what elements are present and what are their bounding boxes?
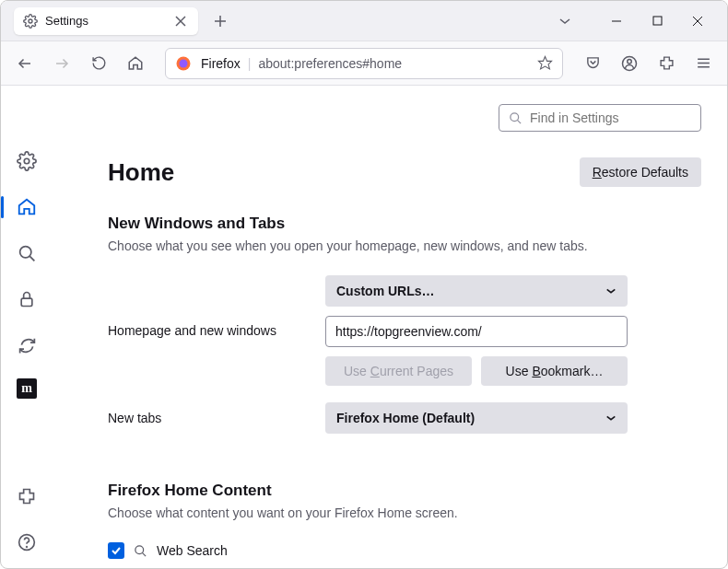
sidebar-help-icon[interactable]: [14, 529, 40, 555]
svg-point-25: [511, 112, 519, 121]
web-search-label: Web Search: [157, 543, 228, 558]
gear-icon: [23, 14, 38, 29]
browser-tab[interactable]: Settings: [14, 7, 198, 35]
svg-line-21: [29, 256, 34, 261]
pocket-icon[interactable]: [578, 49, 607, 78]
maximize-button[interactable]: [646, 10, 668, 32]
url-bar[interactable]: Firefox | about:preferences#home: [165, 48, 563, 79]
sidebar-search-icon[interactable]: [14, 240, 40, 266]
svg-line-28: [142, 552, 146, 556]
section-windows-tabs-title: New Windows and Tabs: [108, 215, 701, 233]
reload-button[interactable]: [84, 49, 113, 78]
new-tab-button[interactable]: [205, 6, 235, 36]
newtabs-label: New tabs: [108, 411, 311, 425]
homepage-url-input[interactable]: [325, 316, 628, 347]
section-windows-tabs-desc: Choose what you see when you open your h…: [108, 238, 701, 253]
search-input[interactable]: [530, 110, 691, 125]
svg-rect-22: [21, 298, 32, 306]
url-text: Firefox | about:preferences#home: [201, 56, 528, 71]
restore-defaults-button[interactable]: Restore Defaults: [580, 157, 701, 187]
page-title: Home: [108, 158, 174, 187]
svg-rect-6: [653, 17, 662, 25]
svg-point-20: [19, 246, 30, 257]
svg-point-27: [135, 545, 144, 553]
newtabs-dropdown[interactable]: Firefox Home (Default): [325, 402, 628, 434]
use-bookmark-button[interactable]: Use Bookmark…: [481, 356, 628, 386]
window-close-button[interactable]: [687, 10, 709, 32]
minimize-button[interactable]: [605, 10, 628, 32]
homepage-dropdown[interactable]: Custom URLs…: [325, 275, 628, 307]
web-search-row[interactable]: Web Search: [108, 542, 701, 559]
use-current-pages-button[interactable]: Use Current Pages: [325, 356, 472, 386]
window-controls: [605, 10, 720, 32]
settings-content: Home Restore Defaults New Windows and Ta…: [53, 86, 727, 569]
extensions-icon[interactable]: [652, 49, 681, 78]
svg-point-12: [180, 59, 188, 67]
toolbar: Firefox | about:preferences#home: [1, 41, 727, 86]
chevron-down-icon: [605, 287, 616, 295]
svg-point-15: [628, 59, 632, 64]
tabs-dropdown-icon[interactable]: [552, 8, 578, 34]
sidebar-home-icon[interactable]: [14, 194, 40, 220]
titlebar: Settings: [1, 1, 727, 41]
back-button[interactable]: [10, 49, 40, 78]
section-home-content-title: Firefox Home Content: [108, 482, 701, 500]
sidebar-extensions-icon[interactable]: [14, 483, 40, 509]
find-in-settings[interactable]: [499, 104, 701, 132]
svg-point-24: [27, 547, 28, 548]
forward-button[interactable]: [47, 49, 76, 78]
settings-sidebar: m: [1, 86, 53, 569]
svg-marker-13: [538, 56, 551, 68]
homepage-label: Homepage and new windows: [108, 323, 311, 338]
search-icon: [134, 544, 147, 558]
menu-icon[interactable]: [688, 49, 718, 78]
svg-line-26: [517, 120, 521, 123]
close-icon[interactable]: [172, 13, 189, 29]
svg-point-0: [29, 19, 32, 23]
web-search-checkbox[interactable]: [108, 542, 124, 559]
svg-point-19: [24, 158, 29, 164]
sidebar-general-icon[interactable]: [14, 148, 40, 174]
search-icon: [509, 111, 523, 125]
chevron-down-icon: [605, 414, 616, 422]
section-home-content-desc: Choose what content you want on your Fir…: [108, 505, 701, 520]
sidebar-privacy-icon[interactable]: [14, 286, 40, 312]
sidebar-mozilla-icon[interactable]: m: [17, 378, 37, 399]
home-button[interactable]: [121, 49, 150, 78]
account-icon[interactable]: [615, 49, 644, 78]
firefox-icon: [175, 55, 192, 72]
bookmark-star-icon[interactable]: [537, 55, 553, 71]
tab-title: Settings: [45, 14, 165, 28]
sidebar-sync-icon[interactable]: [14, 332, 40, 358]
